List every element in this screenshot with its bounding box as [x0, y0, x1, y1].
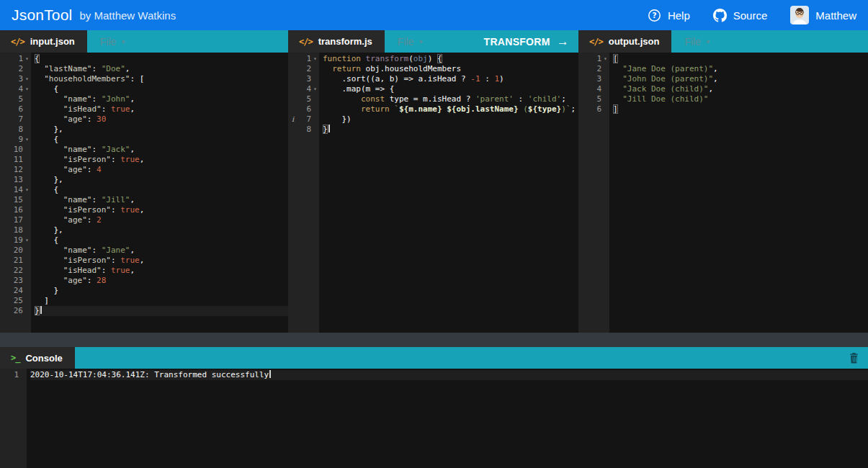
- gutter-line: 1: [0, 370, 27, 380]
- fold-icon[interactable]: ▾: [23, 74, 31, 84]
- code-token: "Jane": [102, 246, 130, 255]
- code-line: "isPerson": true,: [35, 205, 288, 215]
- code-token: ,: [130, 246, 135, 255]
- gutter-line: 17: [0, 215, 31, 225]
- file-menu-input[interactable]: File ▼: [87, 36, 126, 48]
- text-cursor: [40, 306, 42, 314]
- code-token: ${obj.lastName}: [447, 104, 518, 114]
- arrow-right-icon: →: [557, 35, 569, 48]
- code-token: function: [323, 54, 361, 63]
- fold-icon[interactable]: ▾: [601, 54, 609, 64]
- gutter-line: 7: [0, 114, 31, 125]
- console-editor[interactable]: 1 2020-10-14T17:04:36.141Z: Transformed …: [0, 369, 868, 468]
- code-token: :: [91, 64, 101, 73]
- code-token: )`: [561, 104, 571, 114]
- code-line: }: [35, 306, 288, 316]
- code-token: {: [35, 84, 58, 94]
- code-line: "isPerson": true,: [35, 155, 288, 165]
- code-token: "name": [35, 145, 91, 154]
- line-number: 6: [596, 104, 601, 114]
- tab-transform-js[interactable]: </> transform.js: [288, 30, 385, 53]
- gutter-line: 2: [578, 64, 609, 74]
- line-number: 26: [14, 306, 23, 316]
- tab-label: input.json: [30, 36, 75, 47]
- gutter-line: 1▾: [0, 54, 31, 64]
- line-number: 17: [14, 215, 23, 225]
- code-line: "isHead": true,: [35, 104, 288, 114]
- code-token: `: [394, 104, 399, 114]
- gutter-line: 21: [0, 256, 31, 266]
- fold-icon[interactable]: ▾: [23, 84, 31, 94]
- line-number: 15: [14, 195, 23, 205]
- code-token: return: [361, 104, 390, 114]
- code-token: :: [111, 205, 120, 215]
- line-number: 6: [18, 104, 23, 114]
- source-link[interactable]: Source: [713, 9, 768, 22]
- gutter-line: 8: [0, 125, 31, 135]
- gutter-line: 12: [0, 165, 31, 175]
- code-line: ]: [613, 104, 868, 114]
- code-line: "name": "Jack",: [35, 145, 288, 155]
- input-editor[interactable]: 1▾23▾4▾56789▾1011121314▾1516171819▾20212…: [0, 53, 288, 333]
- help-circle-icon: ?: [648, 9, 661, 22]
- code-line: }: [35, 286, 288, 296]
- gutter-line: 2: [0, 64, 31, 74]
- fold-icon[interactable]: ▾: [311, 84, 319, 94]
- code-icon: </>: [589, 37, 603, 47]
- code-token: .map(m => {: [323, 84, 394, 94]
- file-menu-transform[interactable]: File ▼: [385, 36, 424, 48]
- file-menu-output[interactable]: File ▼: [671, 36, 710, 48]
- output-editor[interactable]: 1▾23456 [ "Jane Doe (parent)", "John Doe…: [578, 53, 868, 333]
- gutter-line: 25: [0, 296, 31, 306]
- code-token: ): [428, 54, 437, 63]
- code-token: transform: [366, 54, 409, 63]
- gutter-line: 18: [0, 225, 31, 235]
- line-number: 1: [18, 54, 23, 64]
- tab-output-json[interactable]: </> output.json: [578, 30, 671, 53]
- code-token: :: [87, 165, 97, 174]
- gutter-line: 3: [578, 74, 609, 84]
- help-link[interactable]: ? Help: [648, 9, 690, 22]
- gutter-line: 5: [288, 94, 319, 104]
- code-line: "name": "Jill",: [35, 195, 288, 205]
- code-token: ,: [713, 64, 718, 73]
- chevron-down-icon: ▼: [418, 37, 424, 45]
- output-panel-header: </> output.json File ▼: [578, 30, 868, 53]
- console-code: 2020-10-14T17:04:36.141Z: Transformed su…: [27, 369, 868, 468]
- gutter-line: 4▾: [0, 84, 31, 94]
- code-line: "name": "Jane",: [35, 246, 288, 256]
- code-token: "lastName": [35, 64, 91, 73]
- user-menu[interactable]: Matthew: [790, 6, 856, 24]
- fold-icon[interactable]: ▾: [23, 135, 31, 145]
- fold-icon[interactable]: ▾: [311, 54, 319, 64]
- tab-input-json[interactable]: </> input.json: [0, 30, 87, 53]
- input-panel-header: </> input.json File ▼: [0, 30, 288, 53]
- tab-label: output.json: [609, 36, 660, 47]
- line-number: 5: [18, 94, 23, 104]
- code-line: "age": 4: [35, 165, 288, 175]
- gutter-line: 1▾: [288, 54, 319, 64]
- code-token: ${m.name}: [399, 104, 442, 114]
- fold-icon[interactable]: ▾: [23, 185, 31, 195]
- clear-console-button[interactable]: [849, 353, 868, 364]
- code-token: : [: [130, 74, 144, 84]
- transform-button[interactable]: TRANSFORM →: [484, 35, 578, 48]
- code-token: ,: [130, 94, 135, 104]
- console-header-bar: [75, 347, 868, 369]
- code-line: const type = m.isHead ? 'parent' : 'chil…: [323, 94, 578, 104]
- code-token: ]: [35, 296, 49, 305]
- code-icon: </>: [299, 37, 313, 47]
- line-number: 10: [14, 145, 23, 155]
- console-gutter: 1: [0, 369, 27, 468]
- help-label: Help: [668, 9, 690, 22]
- transform-editor[interactable]: 1▾234▾56i78 function transform(obj) { re…: [288, 53, 578, 333]
- gutter-line: 6: [288, 104, 319, 114]
- fold-icon[interactable]: ▾: [23, 235, 31, 246]
- code-token: :: [87, 114, 97, 124]
- code-token: const: [361, 94, 385, 104]
- tab-console[interactable]: >_ Console: [0, 347, 75, 369]
- fold-icon[interactable]: ▾: [23, 54, 31, 64]
- code-token: ,: [140, 256, 145, 265]
- spacer: [0, 333, 868, 347]
- input-panel: </> input.json File ▼ 1▾23▾4▾56789▾10111…: [0, 30, 288, 333]
